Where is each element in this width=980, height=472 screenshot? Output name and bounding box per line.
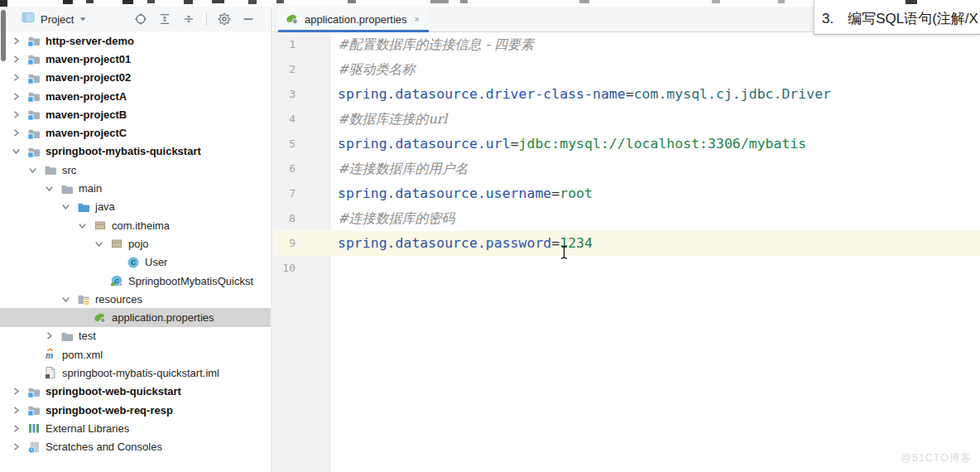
chevron-right-icon[interactable] bbox=[10, 404, 22, 416]
chevron-right-icon[interactable] bbox=[10, 422, 22, 434]
chevron-down-icon[interactable] bbox=[93, 238, 104, 249]
project-panel-title[interactable]: Project bbox=[41, 13, 74, 26]
tree-item-maven-project01[interactable]: maven-project01 bbox=[0, 50, 271, 68]
chevron-right-icon[interactable] bbox=[43, 330, 55, 342]
line-number[interactable]: 10 bbox=[273, 256, 331, 281]
tree-item-springbootmybatisquickst[interactable]: CSpringbootMybatisQuickst bbox=[0, 272, 271, 290]
tree-item-label: http-server-demo bbox=[46, 35, 134, 47]
tree-item-test[interactable]: test bbox=[0, 327, 271, 345]
code-line-4[interactable]: #数据库连接的url bbox=[332, 107, 980, 132]
tree-item-pom-xml[interactable]: mpom.xml bbox=[0, 345, 271, 364]
chevron-down-icon[interactable] bbox=[79, 12, 87, 26]
left-scrollbar-thumb[interactable] bbox=[1, 10, 6, 61]
code-line-10[interactable] bbox=[332, 256, 980, 281]
chevron-down-icon[interactable] bbox=[60, 293, 71, 305]
line-number[interactable]: 5 bbox=[273, 132, 331, 157]
chevron-right-icon[interactable] bbox=[10, 386, 22, 397]
code-line-5[interactable]: spring.datasource.url=jdbc:mysql://local… bbox=[332, 132, 980, 157]
chevron-down-icon[interactable] bbox=[26, 164, 38, 176]
tab-close-icon[interactable]: × bbox=[415, 14, 420, 24]
line-number[interactable]: 6 bbox=[273, 157, 331, 181]
watermark: @51CTO博客 bbox=[901, 451, 972, 465]
tree-item-http-server-demo[interactable]: http-server-demo bbox=[0, 31, 271, 50]
resources-folder-icon bbox=[77, 292, 90, 306]
code-line-1[interactable]: #配置数据库的连接信息 - 四要素 bbox=[332, 32, 980, 57]
module-folder-icon bbox=[27, 89, 41, 103]
folder-icon bbox=[44, 163, 57, 176]
tree-item-label: springboot-web-quickstart bbox=[46, 385, 181, 397]
note-item-text: 编写SQL语句(注解/X bbox=[848, 11, 978, 26]
tree-item-maven-projectc[interactable]: maven-projectC bbox=[0, 123, 271, 142]
tree-item-maven-projectb[interactable]: maven-projectB bbox=[0, 105, 271, 123]
tab-application-properties[interactable]: application.properties × bbox=[278, 7, 429, 31]
tree-item-user[interactable]: CUser bbox=[0, 253, 271, 272]
tree-item-springboot-web-quickstart[interactable]: springboot-web-quickstart bbox=[0, 383, 271, 401]
code-area[interactable]: #配置数据库的连接信息 - 四要素#驱动类名称spring.datasource… bbox=[332, 32, 980, 281]
tree-item-main[interactable]: main bbox=[0, 179, 271, 197]
chevron-down-icon[interactable] bbox=[10, 146, 22, 157]
code-line-8[interactable]: #连接数据库的密码 bbox=[332, 206, 980, 231]
chevron-right-icon[interactable] bbox=[10, 72, 22, 84]
tree-item-com-itheima[interactable]: com.itheima bbox=[0, 216, 271, 234]
tree-item-external-libraries[interactable]: External Libraries bbox=[0, 419, 271, 437]
line-number[interactable]: 2 bbox=[273, 57, 331, 82]
module-folder-icon bbox=[27, 71, 41, 84]
code-editor[interactable]: 12345678910 #配置数据库的连接信息 - 四要素#驱动类名称sprin… bbox=[273, 32, 980, 472]
tree-item-maven-projecta[interactable]: maven-projectA bbox=[0, 87, 271, 105]
tree-item-label: springboot-mybatis-quickstart.iml bbox=[62, 367, 219, 379]
chevron-down-icon[interactable] bbox=[60, 201, 71, 213]
chevron-right-icon[interactable] bbox=[10, 35, 22, 46]
tree-item-springboot-web-req-resp[interactable]: springboot-web-req-resp bbox=[0, 401, 271, 419]
chevron-down-icon[interactable] bbox=[43, 183, 55, 195]
tree-item-label: application.properties bbox=[112, 311, 214, 324]
note-list-item: 3.编写SQL语句(注解/X bbox=[822, 9, 978, 28]
code-line-3[interactable]: spring.datasource.driver-class-name=com.… bbox=[332, 82, 980, 107]
cropped-text-fragment bbox=[184, 0, 193, 4]
code-segment-comment: #驱动类名称 bbox=[338, 61, 415, 77]
tree-item-pojo[interactable]: pojo bbox=[0, 234, 271, 253]
ide-window: Project http-server-demomaven-project01m… bbox=[0, 0, 980, 472]
code-line-7[interactable]: spring.datasource.username=root bbox=[332, 181, 980, 206]
chevron-down-icon[interactable] bbox=[76, 219, 88, 231]
line-number[interactable]: 3 bbox=[273, 82, 331, 107]
chevron-right-icon[interactable] bbox=[10, 53, 22, 65]
tree-item-maven-project02[interactable]: maven-project02 bbox=[0, 69, 271, 87]
tree-item-application-properties[interactable]: application.properties bbox=[0, 308, 271, 326]
settings-gear-icon[interactable] bbox=[218, 12, 231, 26]
tree-item-springboot-mybatis-quickstart-iml[interactable]: springboot-mybatis-quickstart.iml bbox=[0, 364, 271, 382]
chevron-right-icon[interactable] bbox=[10, 441, 22, 453]
cropped-text-fragment bbox=[0, 0, 7, 7]
collapse-all-icon[interactable] bbox=[182, 12, 195, 26]
code-line-6[interactable]: #连接数据库的用户名 bbox=[332, 157, 980, 181]
chevron-right-icon[interactable] bbox=[10, 128, 22, 139]
chevron-right-icon[interactable] bbox=[10, 108, 22, 120]
locate-icon[interactable] bbox=[134, 12, 147, 26]
code-segment-comment: #配置数据库的连接信息 - 四要素 bbox=[338, 36, 534, 52]
chevron-spacer bbox=[26, 349, 38, 360]
code-segment-class_value: com.mysql.cj.jdbc.Driver bbox=[634, 86, 831, 102]
code-segment-value: jdbc:mysql://localhost:3306/mybatis bbox=[519, 136, 807, 152]
line-number[interactable]: 7 bbox=[273, 181, 331, 206]
tree-item-src[interactable]: src bbox=[0, 161, 271, 179]
folder-icon bbox=[60, 330, 74, 343]
tree-item-springboot-mybatis-quickstart[interactable]: springboot-mybatis-quickstart bbox=[0, 142, 271, 161]
tree-item-java[interactable]: java bbox=[0, 198, 271, 216]
line-number[interactable]: 1 bbox=[273, 32, 331, 57]
tree-item-scratches-and-consoles[interactable]: Scratches and Consoles bbox=[0, 438, 271, 456]
note-item-number: 3. bbox=[822, 11, 833, 27]
code-line-2[interactable]: #驱动类名称 bbox=[332, 57, 980, 82]
hide-icon[interactable] bbox=[242, 12, 255, 26]
chevron-right-icon[interactable] bbox=[10, 90, 22, 102]
toolbar-divider bbox=[206, 12, 207, 26]
line-number-gutter[interactable]: 12345678910 bbox=[273, 32, 331, 281]
code-segment-comment: #连接数据库的密码 bbox=[338, 210, 454, 226]
line-number[interactable]: 4 bbox=[273, 107, 331, 132]
line-number[interactable]: 9 bbox=[273, 231, 331, 256]
tree-item-resources[interactable]: resources bbox=[0, 290, 271, 308]
cropped-text-fragment bbox=[63, 0, 73, 4]
external-libraries-icon bbox=[27, 421, 41, 435]
tree-item-label: User bbox=[145, 256, 167, 268]
expand-all-icon[interactable] bbox=[158, 12, 171, 26]
code-line-9[interactable]: spring.datasource.password=1234 bbox=[332, 231, 980, 256]
line-number[interactable]: 8 bbox=[273, 206, 331, 231]
